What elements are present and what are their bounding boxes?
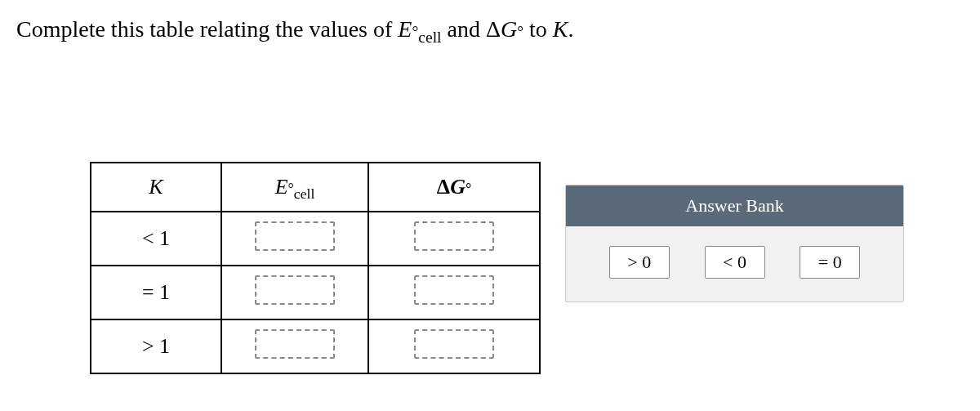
header-deltag: ΔG° — [368, 163, 540, 212]
worksheet-table: K E°cell ΔG° < 1 = 1 > — [90, 162, 541, 374]
g-symbol: G — [501, 16, 517, 42]
k-symbol: K — [553, 16, 568, 42]
table-row: < 1 — [91, 212, 540, 266]
answer-tile-eq0[interactable]: = 0 — [800, 246, 860, 279]
answer-bank: Answer Bank > 0 < 0 = 0 — [565, 185, 904, 302]
prompt-text-end: . — [568, 16, 574, 42]
prompt-text-pre: Complete this table relating the values … — [16, 16, 398, 42]
cell-e-1 — [221, 266, 368, 319]
k-value-2: > 1 — [91, 319, 221, 373]
cell-g-2 — [368, 319, 540, 373]
answer-tile-lt0[interactable]: < 0 — [705, 246, 765, 279]
drop-slot-e-2[interactable] — [255, 329, 335, 359]
drop-slot-g-2[interactable] — [414, 329, 494, 359]
content-row: K E°cell ΔG° < 1 = 1 > — [16, 162, 964, 374]
header-ecell: E°cell — [221, 163, 368, 212]
cell-e-2 — [221, 319, 368, 373]
prompt-text-mid: and Δ — [442, 16, 501, 42]
prompt-text-post: to — [523, 16, 553, 42]
question-prompt: Complete this table relating the values … — [16, 15, 964, 47]
table-row: = 1 — [91, 266, 540, 319]
drop-slot-g-1[interactable] — [414, 275, 494, 305]
answer-tile-gt0[interactable]: > 0 — [609, 246, 670, 279]
cell-g-0 — [368, 212, 540, 266]
k-value-0: < 1 — [91, 212, 221, 266]
answer-bank-body: > 0 < 0 = 0 — [566, 226, 903, 302]
header-k: K — [91, 163, 221, 212]
e-subscript: cell — [418, 29, 441, 46]
answer-bank-title: Answer Bank — [566, 185, 903, 226]
drop-slot-g-0[interactable] — [414, 221, 494, 251]
e-symbol: E — [398, 16, 412, 42]
drop-slot-e-0[interactable] — [255, 221, 335, 251]
cell-g-1 — [368, 266, 540, 319]
table-row: > 1 — [91, 319, 540, 373]
cell-e-0 — [221, 212, 368, 266]
drop-slot-e-1[interactable] — [255, 275, 335, 305]
k-value-1: = 1 — [91, 266, 221, 319]
g-degree: ° — [517, 23, 523, 40]
